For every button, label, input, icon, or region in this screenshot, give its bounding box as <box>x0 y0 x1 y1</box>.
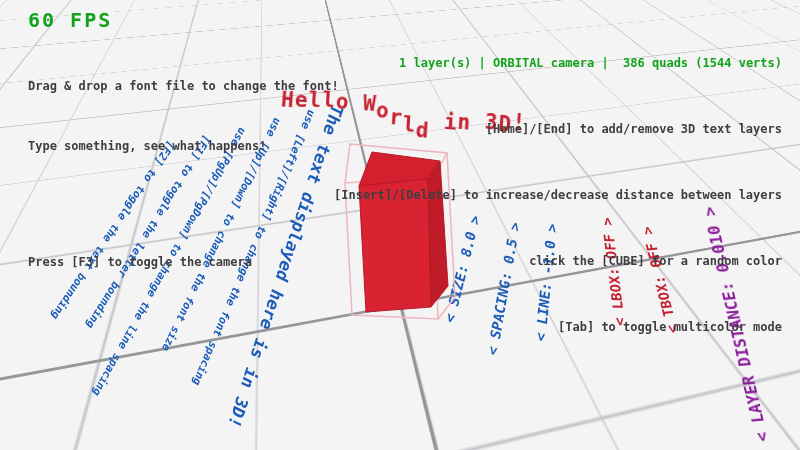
font-demo-app: [F2] to toggle the text bounding[F1] to … <box>0 0 800 450</box>
